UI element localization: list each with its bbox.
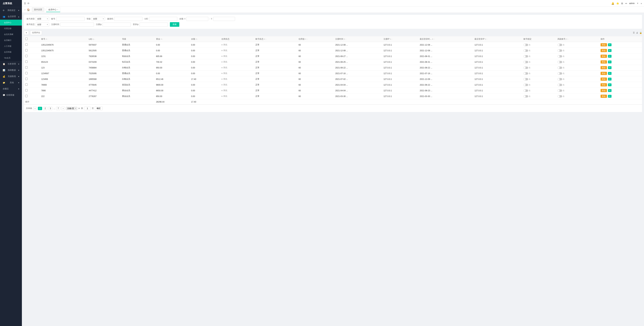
gold-button[interactable]: 黄金 (600, 60, 607, 64)
risk-number-toggle[interactable] (558, 95, 562, 98)
th-reg-time[interactable]: 注册时间 ↕ (334, 36, 382, 42)
th-last-login-time[interactable]: 最后登录时... ↕ (418, 36, 473, 42)
gold-button[interactable]: 黄金 (600, 43, 607, 46)
row-select-checkbox[interactable] (25, 78, 28, 80)
account-lock-toggle[interactable] (524, 67, 528, 69)
risk-number-toggle[interactable] (558, 84, 562, 86)
sidebar-item-task-management[interactable]: 📋 任务管理 ▾ (0, 61, 22, 67)
risk-number-toggle[interactable] (558, 44, 562, 46)
next-page-button[interactable]: › (61, 107, 65, 110)
risk-number-toggle[interactable] (558, 78, 562, 80)
sidebar-item-report-data[interactable]: 📊 报表数据 ▾ (0, 67, 22, 73)
uid-input[interactable] (149, 17, 177, 21)
notify-icon[interactable]: 🔔 (611, 2, 614, 5)
page-jump-input[interactable] (84, 107, 91, 110)
th-last-login-ip[interactable]: 最后登录IP ↕ (473, 36, 522, 42)
sidebar-item-member-management[interactable]: 👥 会员管理 ▴ (0, 13, 22, 20)
page-1-button[interactable]: 1 (38, 107, 42, 110)
search-button[interactable]: 搜索 (170, 22, 179, 27)
reg-time-input[interactable] (60, 22, 94, 26)
risk-number-toggle[interactable] (558, 89, 562, 92)
gold-button[interactable]: 黄金 (600, 49, 607, 52)
reg-ip-input[interactable] (102, 22, 131, 26)
account-input[interactable] (56, 17, 84, 21)
column-settings-icon[interactable]: ☰ (633, 32, 635, 34)
edit-button[interactable]: ✏ (608, 95, 612, 98)
fullscreen-icon[interactable]: ⊞ (621, 2, 623, 5)
gold-button[interactable]: 黄金 (600, 66, 607, 69)
page-7-button[interactable]: 7 (56, 107, 60, 110)
sidebar-item-balance-treasure[interactable]: 余额宝 ▾ (0, 86, 22, 92)
th-uid[interactable]: UID ↕ (88, 36, 121, 42)
account-lock-toggle[interactable] (524, 78, 528, 80)
edit-button[interactable]: ✏ (608, 89, 612, 92)
edit-button[interactable]: ✏ (608, 83, 612, 86)
edit-button[interactable]: ✏ (608, 49, 612, 52)
grade-select[interactable]: 全部 (92, 17, 105, 21)
lock-icon[interactable]: 🔒 (640, 32, 642, 34)
login-ip-input[interactable] (140, 22, 168, 26)
invite-code-input[interactable] (114, 17, 142, 21)
star-icon[interactable]: ⭐ (616, 2, 619, 5)
credit-evaluation-button[interactable]: 信用评估 (30, 30, 42, 35)
th-balance[interactable]: 余额 ↕ (190, 36, 220, 42)
sidebar-item-member-grade[interactable]: 会员等级 (0, 49, 22, 55)
account-lock-toggle[interactable] (524, 89, 528, 92)
risk-number-toggle[interactable] (558, 67, 562, 69)
select-all-checkbox[interactable] (25, 38, 28, 40)
tab-member-center[interactable]: 会员中心 × (46, 7, 60, 12)
gold-button[interactable]: 黄金 (600, 83, 607, 86)
row-select-checkbox[interactable] (25, 72, 28, 74)
sidebar-item-member-bank[interactable]: 会员银行 (0, 37, 22, 43)
edit-button[interactable]: ✏ (608, 60, 612, 63)
th-account[interactable]: 账号 ↕ (40, 36, 88, 42)
home-icon[interactable]: 🏠 (27, 8, 30, 11)
page-3-button[interactable]: 3 (48, 107, 52, 110)
print-icon[interactable]: 🖨 (636, 32, 638, 34)
gold-button[interactable]: 黄金 (600, 55, 607, 58)
account-lock-toggle[interactable] (524, 61, 528, 63)
risk-number-toggle[interactable] (558, 55, 562, 57)
add-button[interactable]: + (24, 31, 29, 35)
double-arrow-icon[interactable]: » (641, 2, 642, 5)
account-lock-toggle[interactable] (524, 72, 528, 75)
gold-button[interactable]: 黄金 (600, 78, 607, 81)
page-confirm-button[interactable]: 确定 (95, 106, 102, 110)
sidebar-item-member-tree[interactable]: 会员关系树 (0, 31, 22, 37)
balance-min-input[interactable] (186, 17, 208, 21)
tab-close-icon[interactable]: × (57, 9, 58, 10)
sidebar-item-vip-member[interactable]: Vip会员 (0, 55, 22, 61)
refresh-pagination-icon[interactable]: ⟳ (78, 107, 80, 110)
row-select-checkbox[interactable] (25, 43, 28, 46)
row-select-checkbox[interactable] (25, 60, 28, 63)
row-select-checkbox[interactable] (25, 83, 28, 86)
edit-button[interactable]: ✏ (608, 43, 612, 46)
prev-page-button[interactable]: ‹ (33, 107, 37, 110)
account-lock-toggle[interactable] (524, 55, 528, 57)
risk-number-toggle[interactable] (558, 61, 562, 63)
sidebar-item-member-center[interactable]: 会员中心 (0, 20, 22, 25)
account-lock-toggle[interactable] (524, 49, 528, 52)
sidebar-item-online-service[interactable]: 💬 在线客服 (0, 92, 22, 98)
sidebar-item-agent-transfer[interactable]: 代理迁移 (0, 25, 22, 31)
sidebar-item-deposit-withdrawal[interactable]: 💰 充值取现 ▾ (0, 73, 22, 80)
th-credit[interactable]: 信用值 ↕ (297, 36, 334, 42)
arrows-icon[interactable]: ⇔ (625, 2, 627, 5)
per-page-select[interactable]: 10条/页 20条/页 50条/页 (66, 107, 77, 110)
risk-number-toggle[interactable] (558, 49, 562, 52)
account-lock-toggle[interactable] (524, 84, 528, 86)
admin-label[interactable]: admin (629, 2, 635, 4)
refresh-icon[interactable]: ⟳ (28, 2, 30, 5)
back-icon[interactable]: ← (24, 8, 26, 11)
row-select-checkbox[interactable] (25, 95, 28, 97)
account-type-select[interactable]: 全部 (36, 17, 49, 21)
sidebar-item-manual-deposit[interactable]: 人工存提 (0, 43, 22, 49)
th-gold[interactable]: 黄金 ↕ (155, 36, 190, 42)
account-lock-toggle[interactable] (524, 44, 528, 46)
edit-button[interactable]: ✏ (608, 78, 612, 81)
account-status-select[interactable]: 全部 (36, 22, 49, 26)
account-lock-toggle[interactable] (524, 95, 528, 98)
edit-button[interactable]: ✏ (608, 72, 612, 75)
tab-basic-settings[interactable]: 基本设置 (32, 7, 44, 12)
row-select-checkbox[interactable] (25, 49, 28, 51)
